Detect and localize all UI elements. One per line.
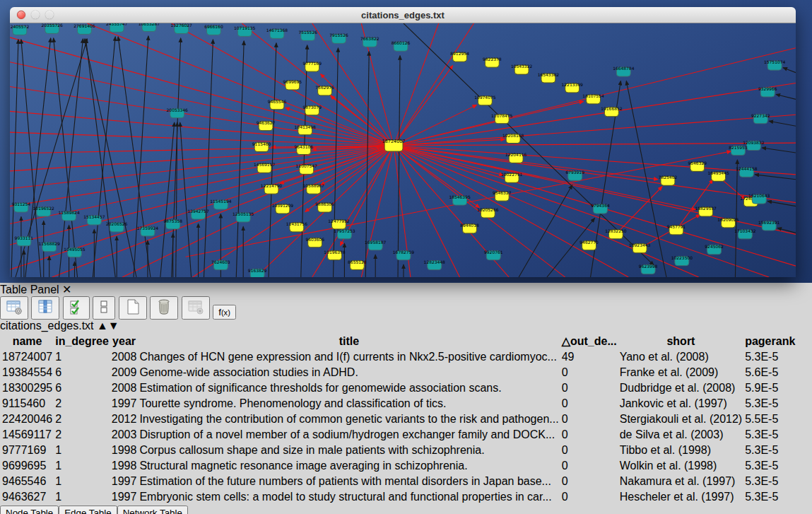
citation-network-graph[interactable]: 2405572203557262769140624355747106532871… bbox=[10, 23, 796, 277]
table-row[interactable]: 969969511998Structural magnetic resonanc… bbox=[1, 459, 796, 473]
cell-name[interactable]: 14569117 bbox=[1, 428, 53, 442]
cell-year[interactable]: 1997 bbox=[111, 490, 138, 504]
citation-edge[interactable] bbox=[783, 68, 796, 73]
cell-year[interactable]: 2008 bbox=[111, 350, 138, 364]
cell-in_degree[interactable]: 2 bbox=[54, 412, 110, 426]
network-node[interactable]: 15829537 bbox=[695, 206, 717, 216]
cell-in_degree[interactable]: 1 bbox=[54, 350, 110, 364]
network-canvas[interactable]: 2405572203557262769140624355747106532871… bbox=[10, 23, 796, 280]
cell-short[interactable]: de Silva et al. (2003) bbox=[619, 428, 743, 442]
network-node[interactable]: 9603606 bbox=[305, 237, 324, 247]
cell-in_degree[interactable]: 1 bbox=[54, 474, 110, 489]
network-node[interactable]: 6793919 bbox=[565, 170, 584, 180]
citation-edge-red[interactable] bbox=[616, 187, 662, 235]
cell-title[interactable]: Structural magnetic resonance image aver… bbox=[139, 459, 559, 473]
cell-name[interactable]: 9115460 bbox=[1, 397, 53, 411]
cell-out_degree[interactable]: 0 bbox=[561, 397, 618, 411]
cell-short[interactable]: Jankovic et al. (1997) bbox=[619, 397, 743, 411]
close-panel-icon[interactable]: ✕ bbox=[62, 284, 71, 296]
citation-edge-red[interactable] bbox=[87, 23, 394, 146]
network-node[interactable]: 10543322 bbox=[511, 64, 533, 74]
network-node[interactable]: 7562976 bbox=[315, 85, 334, 95]
citation-edge-red[interactable] bbox=[394, 115, 796, 146]
cell-name[interactable]: 9465546 bbox=[1, 474, 53, 489]
table-settings-icon[interactable] bbox=[0, 296, 28, 320]
network-node[interactable]: 8944018 bbox=[460, 223, 479, 233]
network-node[interactable]: 10196522 bbox=[33, 206, 55, 216]
network-node[interactable]: 9227342 bbox=[751, 113, 770, 124]
citation-edge[interactable] bbox=[301, 45, 307, 277]
network-node[interactable]: 9546327 bbox=[493, 190, 512, 201]
citation-edge[interactable] bbox=[269, 43, 276, 277]
network-node[interactable]: 9643106 bbox=[294, 144, 313, 155]
network-node[interactable]: 10719135 bbox=[234, 25, 256, 36]
cell-title[interactable]: Estimation of the future numbers of pati… bbox=[139, 474, 559, 489]
cell-in_degree[interactable]: 6 bbox=[54, 366, 110, 380]
table-row[interactable]: 946362711997Embryonic stem cells: a mode… bbox=[1, 490, 796, 504]
cell-short[interactable]: Hescheler et al. (1997) bbox=[619, 490, 743, 504]
cell-name[interactable]: 9777169 bbox=[1, 443, 53, 457]
cell-pagerank[interactable]: 5.3E-5 bbox=[744, 474, 796, 489]
network-node[interactable]: 9462770 bbox=[579, 240, 599, 250]
delete-table-icon[interactable] bbox=[150, 296, 178, 320]
network-window-titlebar[interactable]: citations_edges.txt bbox=[10, 7, 796, 23]
cell-in_degree[interactable]: 1 bbox=[54, 459, 110, 473]
cell-out_degree[interactable]: 0 bbox=[561, 443, 618, 457]
cell-name[interactable]: 9463627 bbox=[1, 490, 53, 504]
network-node[interactable]: 9457791 bbox=[667, 224, 686, 235]
cell-out_degree[interactable]: 49 bbox=[561, 350, 618, 364]
network-node[interactable]: 11589824 bbox=[58, 210, 80, 221]
cell-out_degree[interactable]: 0 bbox=[561, 366, 618, 380]
network-node[interactable]: 9623998 bbox=[639, 264, 658, 274]
column-header-title[interactable]: title bbox=[139, 334, 559, 349]
column-header-pagerank[interactable]: pagerank bbox=[744, 334, 796, 349]
cell-pagerank[interactable]: 5.3E-5 bbox=[744, 443, 796, 457]
network-node[interactable]: 10974075 bbox=[474, 95, 496, 105]
cell-year[interactable]: 2003 bbox=[111, 428, 138, 442]
network-node[interactable]: 9115460 bbox=[252, 141, 271, 152]
column-header-in_degree[interactable]: in_degree bbox=[54, 334, 110, 349]
cell-in_degree[interactable]: 1 bbox=[54, 443, 110, 457]
citation-edge[interactable] bbox=[762, 148, 796, 153]
cell-title[interactable]: Corpus callosum shape and size in male p… bbox=[139, 443, 559, 457]
network-node[interactable]: 16648784 bbox=[613, 66, 635, 76]
network-node[interactable]: 20355726 bbox=[42, 23, 64, 33]
network-node[interactable]: 9465546 bbox=[268, 99, 287, 110]
network-node[interactable]: 15276027 bbox=[171, 23, 193, 33]
citation-edge[interactable] bbox=[180, 122, 192, 277]
create-table-icon[interactable] bbox=[119, 296, 147, 320]
network-node[interactable]: 8215953 bbox=[729, 145, 748, 156]
table-row[interactable]: 2242004622012Investigating the contribut… bbox=[1, 412, 796, 426]
network-node[interactable]: 7515526 bbox=[298, 30, 317, 40]
cell-year[interactable]: 1998 bbox=[111, 459, 138, 473]
network-node[interactable]: 7624603 bbox=[211, 259, 230, 270]
citation-edge[interactable] bbox=[59, 39, 83, 277]
tab-node-table[interactable]: Node Table bbox=[0, 506, 59, 514]
network-node[interactable]: 24355747 bbox=[106, 23, 128, 32]
show-columns-icon[interactable] bbox=[31, 296, 59, 320]
network-node[interactable]: 7663822 bbox=[360, 36, 379, 47]
tab-edge-table[interactable]: Edge Table bbox=[59, 506, 117, 514]
cell-short[interactable]: Stergiakouli et al. (2012) bbox=[619, 412, 743, 426]
citation-edge[interactable] bbox=[93, 37, 115, 277]
network-node[interactable]: 15751074 bbox=[764, 59, 786, 70]
cell-in_degree[interactable]: 1 bbox=[54, 490, 110, 504]
network-node[interactable]: 10391209 bbox=[272, 203, 294, 214]
network-node[interactable]: 16493445 bbox=[707, 170, 729, 181]
cell-short[interactable]: Franke et al. (2009) bbox=[619, 366, 743, 380]
network-node[interactable]: 8655128 bbox=[348, 259, 367, 270]
cell-year[interactable]: 2009 bbox=[111, 366, 138, 380]
citation-edge[interactable] bbox=[769, 121, 796, 126]
table-selector-dropdown[interactable]: citations_edges.txt ▲▼ bbox=[0, 320, 812, 332]
cell-year[interactable]: 1998 bbox=[111, 443, 138, 457]
cell-short[interactable]: Wolkin et al. (1998) bbox=[619, 459, 743, 473]
citation-edge[interactable] bbox=[755, 175, 796, 180]
network-node[interactable]: 9875358 bbox=[163, 218, 182, 229]
network-node[interactable]: 11431756 bbox=[286, 221, 308, 232]
cell-out_degree[interactable]: 0 bbox=[561, 459, 618, 473]
network-node[interactable]: 15134457 bbox=[83, 214, 105, 225]
network-node[interactable]: 9463627 bbox=[257, 120, 276, 131]
cell-pagerank[interactable]: 5.9E-5 bbox=[744, 381, 796, 395]
network-node[interactable]: 12214790 bbox=[261, 183, 283, 194]
network-node[interactable]: 18546395 bbox=[449, 194, 471, 205]
